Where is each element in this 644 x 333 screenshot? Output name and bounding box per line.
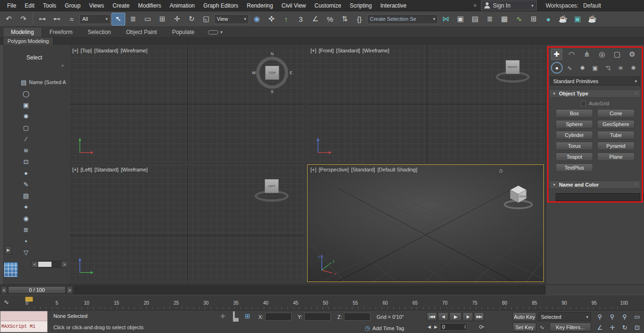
compass-north[interactable]: N: [271, 51, 274, 56]
menu-item[interactable]: Customize: [310, 0, 346, 11]
viewcube[interactable]: FRONT: [495, 57, 531, 86]
viewcube-compass[interactable]: N E S W TOP: [252, 52, 292, 93]
compass-east[interactable]: E: [290, 70, 292, 75]
compass-south[interactable]: S: [271, 89, 274, 94]
visibility-icon[interactable]: ◉: [21, 213, 31, 223]
edit-pen-icon[interactable]: ✎: [21, 179, 31, 189]
viewport-top[interactable]: [+][Top][Standard][Wireframe] N E S W TO…: [69, 46, 305, 162]
menu-item[interactable]: Animation: [165, 0, 199, 11]
named-selection-sets-icon[interactable]: {}: [352, 13, 366, 26]
helpers-icon[interactable]: ◹: [603, 63, 613, 73]
object-type-button[interactable]: TextPlus: [556, 163, 593, 172]
selection-filter-dropdown[interactable]: All ▾: [79, 14, 111, 24]
rectangular-region-icon[interactable]: ▣: [21, 100, 31, 110]
isolate-selection-icon[interactable]: ✛: [220, 313, 225, 320]
menu-item[interactable]: Rendering: [242, 0, 277, 11]
rollout-pin-icon[interactable]: ∷: [635, 91, 638, 96]
sign-in-dropdown[interactable]: Sign In ▾: [481, 0, 537, 10]
cameras-icon[interactable]: ▣: [590, 63, 600, 73]
viewcube[interactable]: FRONT: [502, 183, 535, 210]
geometry-icon[interactable]: ●: [552, 63, 562, 73]
tab-object-paint[interactable]: Object Paint: [119, 27, 164, 37]
next-frame-button[interactable]: |▶: [463, 312, 473, 321]
menu-item[interactable]: Graph Editors: [199, 0, 242, 11]
render-production-icon[interactable]: ☕: [585, 13, 599, 26]
subobject-box-icon[interactable]: ⊡: [21, 156, 31, 167]
unlink-selection-icon[interactable]: ⊷: [50, 13, 64, 26]
primitives-category-dropdown[interactable]: Standard Primitives ▾: [550, 77, 640, 85]
key-mode-icon[interactable]: ⚲: [478, 325, 485, 329]
space-warps-icon[interactable]: ≋: [616, 63, 626, 73]
create-tab-icon[interactable]: ✚: [551, 49, 562, 60]
circle-region-icon[interactable]: ◯: [21, 88, 31, 99]
window-crossing-icon[interactable]: ⊞: [155, 13, 169, 26]
object-type-button[interactable]: GeoSphere: [597, 120, 635, 128]
track-bar[interactable]: ∿ 05101520253035404550556065707580859095…: [0, 295, 644, 310]
tab-selection[interactable]: Selection: [80, 27, 118, 37]
previous-frame-step-button[interactable]: <: [1, 286, 7, 294]
select-and-move-icon[interactable]: ✛: [170, 13, 184, 26]
star-points-icon[interactable]: ✦: [21, 202, 31, 212]
previous-frame-button[interactable]: ◀|: [438, 312, 448, 321]
field-of-view-icon[interactable]: ∠: [594, 322, 606, 333]
ribbon-toggle-icon[interactable]: ▦: [498, 13, 511, 26]
object-type-button[interactable]: Pyramid: [597, 142, 635, 150]
viewport-menu[interactable]: [Standard]: [351, 167, 375, 172]
object-type-button[interactable]: Box: [556, 109, 593, 118]
viewport-menu[interactable]: [+]: [72, 48, 78, 53]
frame-forward-button[interactable]: ▶: [433, 324, 438, 330]
undo-icon[interactable]: ↶: [2, 13, 16, 26]
viewport-menu[interactable]: [Standard]: [336, 48, 360, 53]
ribbon-collapse-control[interactable]: ▾: [208, 30, 223, 37]
viewcube-face[interactable]: LEFT: [265, 179, 279, 193]
viewport-menu[interactable]: [Standard]: [94, 167, 119, 172]
reference-coordinate-dropdown[interactable]: View ▾: [214, 14, 249, 24]
viewport-menu[interactable]: [Wireframe]: [362, 48, 389, 53]
curve-editor-icon[interactable]: ∿: [512, 13, 526, 26]
object-type-button[interactable]: Plane: [597, 153, 635, 161]
z-coord-input[interactable]: [344, 313, 370, 321]
display-tab-icon[interactable]: ▢: [611, 49, 623, 60]
motion-tab-icon[interactable]: ◎: [596, 49, 608, 60]
workspaces-value[interactable]: Default: [583, 2, 601, 9]
edge-constraint-icon[interactable]: ∕: [21, 134, 31, 144]
menu-item[interactable]: Civil View: [277, 0, 310, 11]
zoom-all-icon[interactable]: ⚲: [606, 311, 618, 322]
zoom-icon[interactable]: ⚲: [594, 311, 606, 322]
autogrid-control[interactable]: AutoGrid: [549, 99, 641, 108]
object-type-button[interactable]: Tube: [597, 131, 635, 139]
select-object-icon[interactable]: ↖: [112, 13, 125, 26]
menu-item[interactable]: Edit: [20, 0, 39, 11]
time-slider-track[interactable]: [74, 286, 545, 294]
rollout-pin-icon[interactable]: ∷: [635, 182, 638, 187]
key-tangents-icon[interactable]: ∿: [540, 324, 544, 331]
viewcube[interactable]: LEFT: [254, 176, 290, 205]
viewport-menu[interactable]: [+]: [310, 48, 317, 53]
absolute-mode-icon[interactable]: ⊞: [245, 312, 250, 320]
pan-view-icon[interactable]: ✛: [606, 322, 618, 333]
viewport-menu[interactable]: [Front]: [319, 48, 334, 53]
y-coord-input[interactable]: [304, 313, 331, 321]
viewcube[interactable]: TOP: [265, 66, 279, 80]
viewport-menu[interactable]: [Left]: [81, 167, 92, 172]
scene-explorer-icon[interactable]: ≣: [483, 13, 497, 26]
viewport-front[interactable]: [+][Front][Standard][Wireframe] FRONT: [308, 46, 546, 162]
set-key-button[interactable]: Set Key: [513, 323, 536, 332]
auto-key-button[interactable]: Auto Key: [513, 312, 536, 321]
scroll-right-button[interactable]: >: [61, 261, 68, 267]
viewport-menu[interactable]: [Perspective]: [319, 167, 349, 172]
menu-item[interactable]: File: [3, 0, 20, 11]
play-button[interactable]: ▶: [449, 312, 462, 321]
select-and-link-icon[interactable]: ⊶: [35, 13, 49, 26]
viewport-menu[interactable]: [Wireframe]: [120, 48, 147, 53]
sphere-select-icon[interactable]: ●: [21, 168, 31, 178]
shapes-icon[interactable]: ∿: [565, 63, 575, 73]
select-and-scale-icon[interactable]: ◱: [199, 13, 213, 26]
go-to-end-button[interactable]: ▶▶|: [474, 312, 484, 321]
mirror-icon[interactable]: ⋈: [439, 13, 453, 26]
panel-list-icon[interactable]: ▤: [21, 190, 31, 201]
utilities-tab-icon[interactable]: ⚙: [627, 49, 638, 60]
autogrid-checkbox[interactable]: [581, 101, 586, 106]
viewport-menu[interactable]: [Standard]: [94, 48, 118, 53]
name-sort-row[interactable]: ▤ Name (Sorted A: [21, 77, 66, 87]
